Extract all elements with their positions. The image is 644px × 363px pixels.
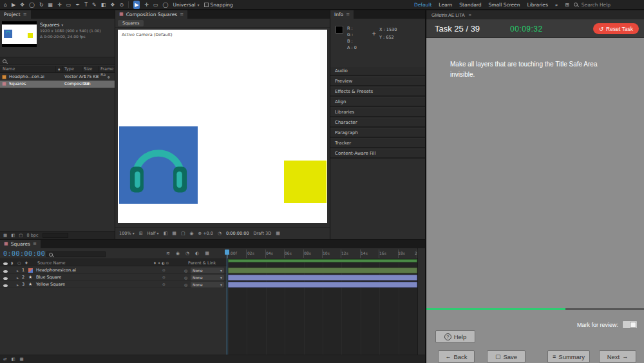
col-size[interactable]: Size xyxy=(84,66,92,72)
transparency-grid-icon[interactable]: ▦ xyxy=(172,231,176,236)
panel-menu-icon[interactable]: ≡ xyxy=(180,10,184,19)
parent-dropdown[interactable]: None▾ xyxy=(191,268,224,273)
roto-brush-tool-icon[interactable]: ❖ xyxy=(110,1,115,9)
panel-tab-align[interactable]: Align xyxy=(330,98,425,107)
draft-3d-icon[interactable]: ◉ xyxy=(176,251,180,256)
new-comp-icon[interactable]: ▢ xyxy=(19,233,23,238)
current-time-indicator-handle[interactable] xyxy=(225,250,229,255)
time-ruler[interactable]: :00f 02s 04s 06s 08s 10s 12s 14s 16s 18s… xyxy=(227,250,417,258)
project-row-headphones[interactable]: Headpho...con.ai Vector Art 175 KB ❖ xyxy=(0,74,115,81)
workspace-overflow-icon[interactable]: » xyxy=(555,2,558,8)
visibility-eye-icon[interactable] xyxy=(3,284,8,287)
interpret-footage-icon[interactable]: ▦ xyxy=(3,233,7,238)
rotation-tool-icon[interactable]: ↻ xyxy=(39,1,44,9)
expand-arrow-icon[interactable]: ▸ xyxy=(17,282,19,288)
selected-item-name[interactable]: Squares▾ xyxy=(40,22,113,28)
selection-tool-icon[interactable]: ▶ xyxy=(12,1,15,9)
workspace-tab-learn[interactable]: Learn xyxy=(439,2,452,8)
layer-bar-1[interactable] xyxy=(228,268,417,273)
label-color-column-icon[interactable]: ♦ xyxy=(57,66,61,72)
panel-tab-effects-presets[interactable]: Effects & Presets xyxy=(330,88,425,97)
puppet-tool-icon[interactable]: ⊙ xyxy=(119,1,124,9)
panel-tab-libraries[interactable]: Libraries xyxy=(330,108,425,117)
hand-tool-icon[interactable]: ✥ xyxy=(20,1,24,9)
track-area[interactable] xyxy=(227,259,417,355)
layer-name[interactable]: Yellow Square xyxy=(36,282,65,288)
reset-task-button[interactable]: ↺ Reset Task xyxy=(593,23,639,34)
workspace-tab-default[interactable]: Default xyxy=(414,2,431,8)
layer-row-2[interactable]: ▸ 2 ★ Blue Square ⊙ ◎ None▾ xyxy=(0,274,227,281)
panel-menu-icon[interactable]: ≡ xyxy=(469,13,471,17)
clone-stamp-tool-icon[interactable]: ◧ xyxy=(101,1,106,9)
panel-tab-paragraph[interactable]: Paragraph xyxy=(330,129,425,138)
snapping-toggle[interactable]: Snapping xyxy=(204,2,233,8)
layer-switch-icon[interactable]: ⊙ xyxy=(162,268,166,273)
current-time-indicator[interactable] xyxy=(227,250,227,355)
layer-switch-icon[interactable]: ⊙ xyxy=(162,282,166,288)
camera-icon[interactable]: ◉ xyxy=(190,231,194,236)
save-button[interactable]: ▢ Save xyxy=(487,350,526,363)
region-of-interest-icon[interactable]: ◧ xyxy=(164,231,168,236)
col-type[interactable]: Type xyxy=(64,66,74,72)
project-row-squares[interactable]: ▦ Squares Composition 24 xyxy=(0,81,115,88)
active-camera-label[interactable]: Active Camera (Default) xyxy=(122,32,173,37)
current-time-display[interactable]: 0:00:00:00 xyxy=(3,250,45,257)
tab-composition-squares[interactable]: ▦ Composition Squares ≡ xyxy=(115,10,188,19)
workspace-tab-standard[interactable]: Standard xyxy=(459,2,481,8)
panel-menu-icon[interactable]: ≡ xyxy=(33,240,37,248)
summary-button[interactable]: ≡ Summary xyxy=(547,350,590,363)
preview-timecode[interactable]: 0:00:00:00 xyxy=(226,231,249,236)
parent-dropdown[interactable]: None▾ xyxy=(191,275,224,280)
visibility-eye-icon[interactable] xyxy=(3,270,8,273)
fast-previews-icon[interactable]: ▦ xyxy=(276,231,280,236)
layer-name[interactable]: Blue Square xyxy=(36,275,61,280)
workspace-tab-small-screen[interactable]: Small Screen xyxy=(488,2,520,8)
eye-column-icon[interactable] xyxy=(3,262,8,265)
renderer-label[interactable]: Draft 3D xyxy=(254,231,272,236)
shape-tool-icon[interactable]: ▭ xyxy=(66,1,71,9)
col-source-name[interactable]: Source Name xyxy=(37,260,66,266)
exposure-control[interactable]: ⊕ +0.0 xyxy=(198,231,213,236)
magnification-dropdown[interactable]: 100% ▾ xyxy=(119,231,135,236)
comp-nav-chip-squares[interactable]: Squares xyxy=(118,20,144,26)
mark-for-review-toggle[interactable] xyxy=(622,320,638,329)
visibility-eye-icon[interactable] xyxy=(3,277,8,280)
layer-name[interactable]: Headphonesicon.ai xyxy=(36,268,76,273)
layer-bar-3[interactable] xyxy=(228,282,417,288)
pick-whip-icon[interactable]: ◎ xyxy=(184,268,187,273)
pan-behind-tool-icon[interactable]: ✛ xyxy=(57,1,62,9)
work-area-bar[interactable] xyxy=(228,259,417,262)
camera-tool-icon[interactable]: ▦ xyxy=(48,1,53,9)
solo-column-icon[interactable]: ○ xyxy=(17,260,21,266)
col-name[interactable]: Name xyxy=(3,66,15,72)
timeline-search-field[interactable] xyxy=(46,251,106,257)
search-help-field[interactable]: Search Help xyxy=(574,2,611,8)
help-button[interactable]: ? Help xyxy=(435,330,475,343)
pick-whip-icon[interactable]: ◎ xyxy=(184,275,187,280)
parent-dropdown[interactable]: None▾ xyxy=(191,282,224,288)
layer-row-3[interactable]: ▸ 3 ★ Yellow Square ⊙ ◎ None▾ xyxy=(0,281,227,288)
back-button[interactable]: ← Back xyxy=(438,350,475,363)
tab-timeline-squares[interactable]: ▦ Squares ≡ xyxy=(0,240,41,248)
comp-button-icon[interactable]: ▦ xyxy=(20,357,24,362)
workspace-grid-icon[interactable]: ⊞ xyxy=(565,2,569,8)
mask-visibility-icon[interactable]: ▢ xyxy=(181,231,185,236)
panel-menu-icon[interactable]: ≡ xyxy=(23,10,27,19)
grid-options-icon[interactable]: ⊞ xyxy=(139,231,143,236)
motion-blur-icon[interactable]: ▦ xyxy=(205,251,209,256)
layer-row-1[interactable]: ▸ 1 Headphonesicon.ai ⊙ ◎ None▾ xyxy=(0,267,227,274)
col-parent-link[interactable]: Parent & Link xyxy=(188,260,216,266)
panel-tab-tracker[interactable]: Tracker xyxy=(330,139,425,148)
comp-mini-flowchart-icon[interactable]: ≋ xyxy=(166,251,170,256)
shy-layers-icon[interactable]: ◔ xyxy=(185,251,189,256)
frame-blend-icon[interactable]: ◐ xyxy=(195,251,199,256)
type-tool-icon[interactable]: T xyxy=(84,1,88,9)
new-folder-icon[interactable]: ◧ xyxy=(11,233,15,238)
snapshot-icon[interactable]: ◔ xyxy=(218,231,222,236)
project-search-field[interactable] xyxy=(0,57,115,65)
resolution-dropdown[interactable]: Half ▾ xyxy=(147,231,159,236)
panel-tab-content-aware-fill[interactable]: Content-Aware Fill xyxy=(330,150,425,159)
tab-project[interactable]: Project≡ xyxy=(0,10,32,19)
universal-dropdown[interactable]: Universal▾ xyxy=(173,2,200,8)
composition-viewer[interactable]: Active Camera (Default) xyxy=(118,30,327,223)
